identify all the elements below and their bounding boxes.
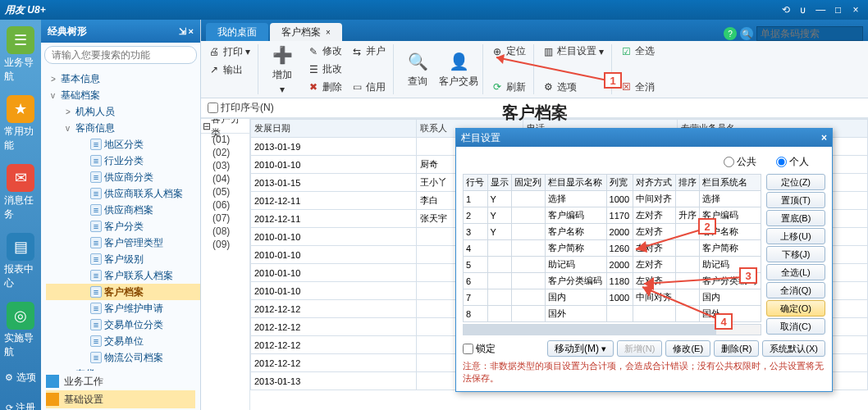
cat-row[interactable]: (05) — [201, 186, 249, 199]
btn-locate[interactable]: 定位(Z) — [766, 174, 825, 190]
table-row[interactable]: 4客户简称1260左对齐客户简称 — [464, 240, 761, 257]
btn-bottom[interactable]: 置底(B) — [766, 210, 825, 226]
btn-top[interactable]: 置顶(T) — [766, 192, 825, 208]
maximize-icon[interactable]: □ — [831, 4, 846, 16]
table-row[interactable]: 3Y客户名称2000左对齐客户名称 — [464, 224, 761, 240]
lock-checkbox[interactable]: 锁定 — [463, 342, 496, 356]
col-header[interactable]: 固定列 — [512, 175, 546, 191]
cat-row[interactable]: (06) — [201, 199, 249, 212]
cat-row[interactable]: (08) — [201, 226, 249, 239]
sidefoot-biz[interactable]: 业务工作 — [46, 372, 195, 390]
batch-button[interactable]: ☰批改 — [304, 61, 345, 79]
nav-msg[interactable]: ✉消息任务 — [4, 164, 37, 221]
cat-row[interactable]: (02) — [201, 147, 249, 160]
pin-icon[interactable]: ⇲ × — [179, 26, 194, 37]
minimize-icon[interactable]: — — [813, 4, 828, 16]
tree-node[interactable]: ≡物流公司档案 — [46, 349, 200, 366]
btn-cancel[interactable]: 取消(C) — [766, 318, 825, 335]
colset-button[interactable]: ▥栏目设置 ▾ — [538, 43, 607, 61]
tree-node[interactable]: ≡交易单位 — [46, 333, 200, 349]
btn-selnone[interactable]: 全消(Q) — [766, 282, 825, 298]
col-header[interactable]: 行号 — [464, 175, 488, 191]
dialog-title[interactable]: 栏目设置× — [456, 129, 832, 147]
col-header[interactable]: 显示 — [487, 175, 512, 191]
tree-node[interactable]: ≡供应商联系人档案 — [46, 185, 200, 202]
add-button[interactable]: ➕增加 ▾ — [263, 43, 302, 95]
nav-report[interactable]: ▤报表中心 — [4, 233, 37, 290]
col-header[interactable]: 列宽 — [606, 175, 633, 191]
tab-customer[interactable]: 客户档案× — [270, 23, 342, 41]
table-row[interactable]: 6客户分类编码1180左对齐客户分类编码 — [464, 273, 761, 289]
refresh-button[interactable]: ⟳刷新 — [487, 78, 529, 96]
col-header[interactable]: 发展日期 — [251, 120, 417, 138]
delete-button[interactable]: ✖删除 — [304, 78, 345, 96]
query-button[interactable]: 🔍查询 — [398, 43, 437, 95]
select-none-button[interactable]: ☒全消 — [616, 78, 658, 96]
search-icon[interactable]: 🔍 — [740, 27, 753, 40]
btn-default[interactable]: 系统默认(X) — [762, 340, 825, 357]
tree-node[interactable]: ≡供应商分类 — [46, 169, 200, 185]
col-header[interactable]: 对齐方式 — [633, 175, 675, 191]
tree-node[interactable]: ≡客户联系人档案 — [46, 267, 200, 284]
btn-edit[interactable]: 修改(E) — [665, 340, 710, 357]
table-row[interactable]: 2Y客户编码1170左对齐升序客户编码 — [464, 207, 761, 224]
close-icon[interactable]: × — [848, 4, 863, 16]
table-row[interactable]: 5助记码2000左对齐助记码 — [464, 257, 761, 273]
tree-node[interactable]: ≡客户档案 — [46, 284, 200, 300]
tree-node[interactable]: v客商信息 — [46, 120, 200, 136]
btn-ok[interactable]: 确定(O) — [766, 300, 825, 317]
tree-node[interactable]: ≡客户分类 — [46, 218, 200, 235]
close-icon[interactable]: × — [821, 132, 827, 144]
btn-new[interactable]: 新增(N) — [617, 340, 662, 357]
radio-public[interactable]: 公共 — [724, 155, 756, 169]
sync-icon[interactable]: ⟲ — [779, 4, 793, 16]
nav-fav[interactable]: ★常用功能 — [4, 95, 37, 153]
tree-node[interactable]: >机构人员 — [46, 103, 200, 120]
cust-deal-button[interactable]: 👤客户交易 — [439, 43, 478, 95]
merge-button[interactable]: ⇆并户 — [347, 43, 389, 61]
output-button[interactable]: ↗输出 — [204, 61, 254, 79]
tree-node[interactable]: ≡行业分类 — [46, 153, 200, 169]
tree-node[interactable]: ≡客户级别 — [46, 251, 200, 267]
sidefoot-base[interactable]: 基础设置 — [46, 390, 195, 408]
btn-selall[interactable]: 全选(L) — [766, 264, 825, 280]
cat-row[interactable]: (09) — [201, 239, 249, 252]
btn-del[interactable]: 删除(R) — [714, 340, 759, 357]
nav-biz[interactable]: ☰业务导航 — [4, 26, 37, 84]
tree-node[interactable]: v基础档案 — [46, 87, 200, 103]
cat-row[interactable]: (04) — [201, 173, 249, 186]
btn-moveto[interactable]: 移动到(M) ▾ — [547, 340, 614, 357]
btn-up[interactable]: 上移(U) — [766, 228, 825, 244]
col-header[interactable]: 栏目系统名 — [700, 175, 761, 191]
tree-node[interactable]: ≡客户管理类型 — [46, 235, 200, 251]
barcode-search[interactable] — [756, 26, 863, 41]
nav-impl[interactable]: ◎实施导航 — [4, 302, 37, 359]
tree-node[interactable]: ≡供应商档案 — [46, 202, 200, 218]
col-header[interactable]: 排序 — [675, 175, 700, 191]
modify-button[interactable]: ✎修改 — [304, 43, 345, 61]
credit-button[interactable]: ▭信用 — [347, 78, 389, 96]
tree-node[interactable]: >基本信息 — [46, 71, 200, 87]
option-button[interactable]: ⚙选项 — [538, 78, 607, 96]
select-all-button[interactable]: ☑全选 — [616, 43, 658, 61]
sidebar-search[interactable] — [44, 46, 197, 64]
table-row[interactable]: 7国内1000中间对齐国内 — [464, 289, 761, 306]
col-header[interactable]: 栏目显示名称 — [546, 175, 607, 191]
cat-row[interactable]: (03) — [201, 160, 249, 173]
radio-private[interactable]: 个人 — [776, 155, 809, 169]
nav-options[interactable]: ⚙ 选项 — [5, 371, 35, 385]
tree-node[interactable]: ≡客户维护申请 — [46, 300, 200, 317]
close-icon[interactable]: × — [326, 28, 331, 37]
tab-home[interactable]: 我的桌面 — [206, 23, 268, 41]
btn-down[interactable]: 下移(J) — [766, 246, 825, 262]
dialog-table[interactable]: 行号显示固定列栏目显示名称列宽对齐方式排序栏目系统名1Y选择1000中间对齐选择… — [463, 174, 761, 335]
print-seq-checkbox[interactable]: 打印序号(N) — [208, 101, 274, 115]
tree-node[interactable]: ≡地区分类 — [46, 136, 200, 153]
cat-row[interactable]: (07) — [201, 212, 249, 226]
nav-register[interactable]: ⟳ 注册 — [6, 401, 35, 410]
category-head[interactable]: ⊟ 客户分类 — [201, 119, 249, 134]
table-row[interactable]: 1Y选择1000中间对齐选择 — [464, 191, 761, 207]
help-circle-icon[interactable]: ? — [724, 27, 737, 40]
print-button[interactable]: 🖨打印 ▾ — [204, 43, 254, 61]
tree-node[interactable]: ≡交易单位分类 — [46, 317, 200, 333]
